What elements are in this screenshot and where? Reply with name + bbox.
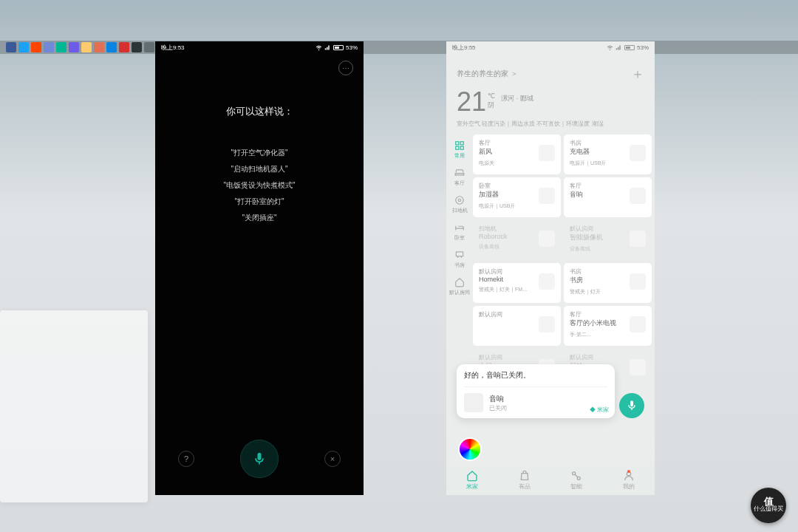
svg-rect-1 [460,142,463,145]
tile-device-icon [539,273,555,290]
mihome-screen: 晚上9:55 53% 养生的养生的家 ＞ ＋ 21 ℃阴 漯河 · 郾城 室外空… [446,41,655,495]
status-time: 晚上9:53 [161,44,185,52]
sidebar-item-study[interactable]: 书房 [446,247,473,271]
signal-icon [615,44,622,51]
link-icon [570,470,582,482]
bed-icon [454,222,465,233]
voice-assistant-screen: 晚上9:53 53% ⋯ 你可以这样说： "打开空气净化器" "启动扫地机器人"… [155,41,364,495]
keyboard-background [0,310,148,502]
tile-device-icon [539,188,555,204]
close-button[interactable]: × [324,451,341,467]
tab-smart[interactable]: 智能 [570,470,582,491]
mijia-badge: ◆ 米家 [590,406,609,414]
tile-device-icon [539,231,555,247]
microphone-icon [252,451,267,466]
svg-point-5 [458,199,461,202]
desk-icon [454,250,465,260]
status-time: 晚上9:55 [452,44,476,52]
device-tile[interactable]: 卧室加湿器电源开｜USB开 [473,177,561,217]
more-button[interactable]: ⋯ [338,61,353,75]
bottom-tabbar: 米家 有品 智能 我的 [446,466,655,495]
signal-icon [324,44,331,51]
sidebar-item-vacuum[interactable]: 扫地机 [446,192,473,216]
device-tile[interactable]: 客厅客厅的小米电视手·第二… [564,306,652,346]
svg-point-4 [456,197,464,205]
sidebar-item-bedroom[interactable]: 卧室 [446,219,473,244]
wifi-icon [316,44,322,51]
device-thumb-icon [464,393,483,412]
tile-device-icon [630,316,646,332]
tile-device-icon [630,231,646,247]
battery-text: 53% [346,44,358,51]
device-tile[interactable]: 默认房间Homekit警戒关｜灯关｜FM… [473,263,561,303]
tile-device-icon [630,145,646,161]
voice-fab-button[interactable] [619,393,644,418]
device-tile[interactable]: 默认房间智能摄像机设备离线 [564,220,652,260]
svg-rect-3 [460,146,463,149]
tab-youpin[interactable]: 有品 [519,470,531,491]
response-text: 好的，音响已关闭。 [464,370,607,381]
tile-device-icon [630,188,646,204]
temperature: 21 [457,89,486,115]
tile-device-icon [630,359,646,375]
location: 漯河 · 郾城 [501,93,533,103]
device-tile[interactable]: 扫地机Roborock设备离线 [473,220,561,260]
bag-icon [519,470,531,482]
device-tile[interactable]: 书房书房警戒关｜灯开 [564,263,652,303]
sidebar-item-default[interactable]: 默认房间 [446,274,473,299]
voice-suggestions: "打开空气净化器" "启动扫地机器人" "电饭煲设为快煮模式" "打开卧室的灯"… [155,145,364,226]
help-button[interactable]: ? [178,451,194,467]
device-tile[interactable]: 书房充电器电源开｜USB开 [564,134,652,174]
home-icon [454,277,465,287]
tile-device-icon [630,273,646,290]
home-selector[interactable]: 养生的养生的家 ＞ [457,69,518,79]
sidebar-item-livingroom[interactable]: 客厅 [446,165,473,189]
add-device-button[interactable]: ＋ [631,65,644,83]
status-bar: 晚上9:55 53% [446,41,655,53]
microphone-button[interactable] [240,440,279,478]
microphone-icon [626,400,638,412]
device-tile[interactable]: 默认房间 [473,306,561,346]
battery-text: 53% [637,44,649,51]
tab-mihome[interactable]: 米家 [466,470,478,491]
response-device-status: 已关闭 [489,404,507,412]
device-tile[interactable]: 客厅音响 [564,177,652,217]
tile-device-icon [539,145,555,161]
sofa-icon [454,168,465,178]
svg-rect-0 [456,142,459,145]
smzdm-watermark: 值 什么值得买 [751,488,786,523]
sidebar-item-common[interactable]: 常用 [446,137,473,162]
status-bar: 晚上9:53 53% [155,41,364,53]
assistant-response-card[interactable]: 好的，音响已关闭。 音响 已关闭 ◆ 米家 [457,364,615,418]
tab-profile[interactable]: 我的 [623,470,635,491]
svg-rect-2 [456,146,459,149]
wifi-icon [607,44,613,51]
notification-dot [627,470,630,473]
tile-device-icon [539,316,555,332]
vacuum-icon [454,195,465,205]
device-tile[interactable]: 客厅新风电源关 [473,134,561,174]
home-icon [466,470,478,482]
svg-rect-6 [456,252,463,256]
environment-line: 室外空气 轻度污染｜周边水质 不可直饮｜环境湿度 潮湿 [457,120,644,128]
color-picker-fab[interactable] [460,439,480,460]
grid-icon [454,140,465,151]
voice-prompt-title: 你可以这样说： [155,105,364,118]
weather-widget[interactable]: 21 ℃阴 漯河 · 郾城 [457,89,644,115]
response-device-name: 音响 [489,394,507,404]
